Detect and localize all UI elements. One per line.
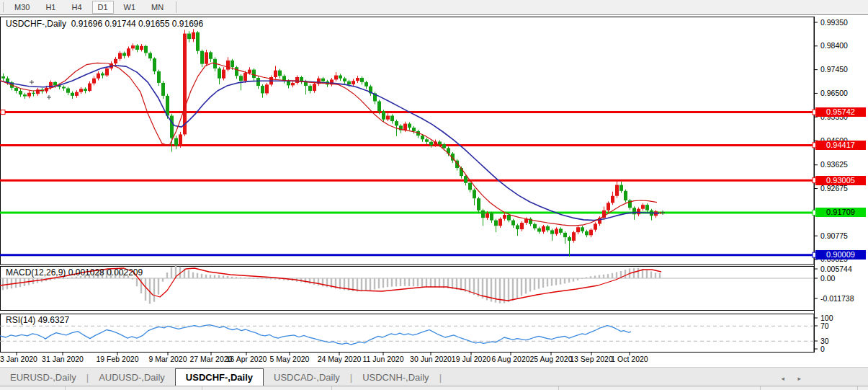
date-axis-label: 16 Apr 2020	[226, 355, 267, 363]
macd-axis-label: -0.011738	[820, 294, 854, 303]
macd-axis-label: 0.005744	[820, 265, 852, 273]
status-bar-divider	[857, 386, 858, 390]
price-axis-label: 0.97450	[820, 65, 848, 74]
status-bar	[0, 386, 868, 390]
tab-usdcad[interactable]: USDCAD-,Daily	[264, 369, 350, 386]
tab-separator: |	[439, 372, 442, 386]
tab-audusd[interactable]: AUDUSD-,Daily	[89, 369, 175, 386]
timeframe-button-mn[interactable]: MN	[146, 1, 169, 14]
price-badge-0.90009[interactable]: 0.90009	[815, 250, 866, 260]
date-axis-label: 1 Oct 2020	[611, 355, 648, 363]
status-bar-divider	[760, 386, 761, 390]
price-badge-0.93005[interactable]: 0.93005	[815, 176, 866, 185]
tab-scroll-arrows[interactable]: ◂ ▸	[781, 375, 807, 382]
rsi-axis-label: 0	[820, 345, 825, 353]
rsi-axis-label: 70	[820, 322, 829, 330]
price-badge-0.91709[interactable]: 0.91709	[815, 208, 866, 217]
toolbar-separator	[176, 1, 176, 13]
tab-eurusd[interactable]: EURUSD-,Daily	[0, 369, 86, 386]
status-bar-divider	[558, 386, 559, 390]
price-axis-label: 0.99350	[820, 18, 848, 27]
date-axis-label: 6 Aug 2020	[491, 355, 529, 363]
date-axis-label: 25 Aug 2020	[530, 355, 573, 363]
date-axis-label: 5 May 2020	[270, 355, 310, 363]
line-handle	[1, 110, 5, 115]
date-axis-label: 19 Jul 2020	[452, 355, 491, 363]
time-axis: 13 Jan 202031 Jan 202019 Feb 20209 Mar 2…	[0, 353, 648, 363]
timeframe-button-d1[interactable]: D1	[92, 1, 114, 14]
macd-axis-label: 0.00	[820, 274, 836, 283]
panel-frames	[0, 15, 868, 390]
tab-usdchf[interactable]: USDCHF-,Daily	[175, 368, 264, 386]
timeframe-button-h4[interactable]: H4	[66, 1, 87, 14]
rsi-name: RSI(14)	[6, 315, 35, 325]
status-bar-divider	[65, 386, 66, 390]
timeframe-button-w1[interactable]: W1	[118, 1, 142, 14]
timeframe-toolbar: M30H1H4D1W1MN	[0, 0, 868, 15]
price-axis-label: 0.98400	[820, 41, 848, 50]
date-axis-label: 24 May 2020	[318, 355, 362, 363]
price-badge-0.95742[interactable]: 0.95742	[815, 107, 866, 117]
date-axis-label: 31 Jan 2020	[42, 355, 84, 363]
macd-name: MACD(12,26,9)	[6, 267, 66, 278]
price-axis-label: 0.93625	[820, 160, 848, 169]
ohlc-readout: 0.91696 0.91744 0.91655 0.91696	[71, 19, 204, 29]
rsi-label: RSI(14) 49.6327	[6, 315, 69, 325]
macd-value-main: 0.001028	[68, 267, 104, 278]
timeframe-button-h1[interactable]: H1	[40, 1, 61, 14]
status-bar-divider	[202, 386, 202, 390]
date-axis-label: 13 Jan 2020	[0, 355, 37, 363]
price-axis-label: 0.96500	[820, 89, 848, 97]
price-badge-0.94417[interactable]: 0.94417	[815, 141, 866, 150]
timeframe-button-m30[interactable]: M30	[9, 1, 35, 14]
date-axis-label: 30 Jun 2020	[410, 355, 452, 363]
symbol-label: USDCHF-,Daily	[6, 19, 66, 29]
macd-label: MACD(12,26,9) 0.001028 0.002209	[6, 267, 143, 278]
symbol-tab-bar: EURUSD-,Daily|AUDUSD-,DailyUSDCHF-,Daily…	[0, 367, 868, 386]
date-axis-label: 19 Feb 2020	[97, 355, 139, 363]
rsi-value: 49.6327	[38, 315, 69, 325]
date-axis-label: 9 Mar 2020	[148, 355, 187, 363]
macd-value-signal: 0.002209	[107, 267, 143, 278]
chart-title: USDCHF-,Daily 0.91696 0.91744 0.91655 0.…	[6, 19, 203, 29]
date-axis-label: 11 Jun 2020	[362, 355, 403, 363]
toolbar-clipped-button[interactable]	[0, 2, 4, 12]
status-bar-divider	[331, 386, 332, 390]
tab-usdcnh[interactable]: USDCNH-,Daily	[352, 369, 439, 386]
chart-canvas[interactable]: 0.993500.984000.974500.965000.955500.946…	[0, 0, 868, 390]
price-axis-label: 0.90775	[820, 231, 848, 240]
date-axis-label: 13 Sep 2020	[570, 355, 613, 363]
